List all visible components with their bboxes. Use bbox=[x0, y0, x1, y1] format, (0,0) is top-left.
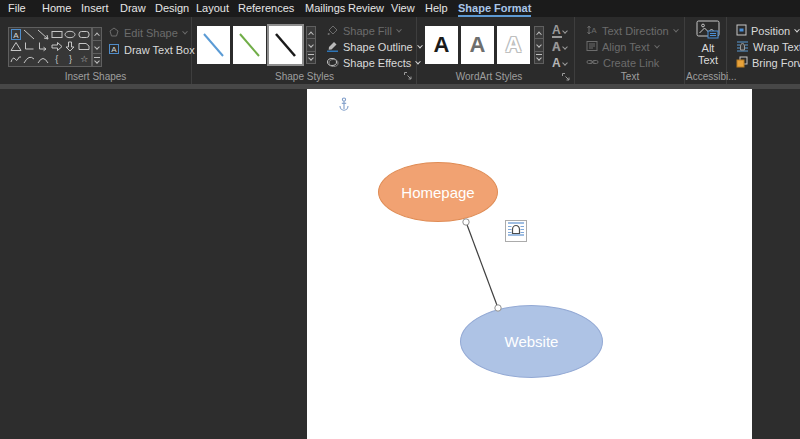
triangle-icon[interactable] bbox=[9, 41, 23, 54]
styles-scroll-down-button[interactable] bbox=[306, 39, 316, 51]
draw-text-box-button[interactable]: A Draw Text Box bbox=[108, 42, 195, 57]
wordart-group-label: WordArt Styles bbox=[418, 71, 560, 82]
tab-draw[interactable]: Draw bbox=[120, 0, 146, 17]
svg-text:A: A bbox=[111, 45, 117, 54]
wordart-dialog-launcher[interactable] bbox=[561, 68, 571, 78]
wrap-text-button[interactable]: Wrap Text bbox=[736, 39, 800, 54]
bring-forward-icon bbox=[736, 56, 748, 70]
rounded-rectangle-icon[interactable] bbox=[77, 28, 91, 41]
svg-text:A: A bbox=[13, 30, 19, 39]
left-brace-icon[interactable]: { bbox=[50, 53, 64, 66]
tab-file[interactable]: File bbox=[8, 0, 26, 17]
homepage-ellipse-shape[interactable]: Homepage bbox=[378, 162, 498, 222]
svg-text:A: A bbox=[591, 26, 597, 35]
wordart-style-preview-2[interactable]: A bbox=[461, 26, 494, 64]
align-text-icon bbox=[586, 40, 598, 54]
styles-scroll-up-button[interactable] bbox=[306, 26, 316, 39]
group-insert-shapes: A { } ☆ bbox=[0, 17, 192, 84]
connector-line[interactable] bbox=[307, 89, 752, 439]
wordart-more-button[interactable] bbox=[534, 52, 544, 64]
ribbon-tab-bar: File Home Insert Draw Design Layout Refe… bbox=[0, 0, 800, 17]
word-window: File Home Insert Draw Design Layout Refe… bbox=[0, 0, 800, 439]
text-direction-icon: A bbox=[586, 24, 598, 38]
tab-home[interactable]: Home bbox=[42, 0, 71, 17]
arc-icon[interactable] bbox=[36, 53, 50, 66]
accessibility-group-label: Accessibi... bbox=[686, 71, 726, 82]
text-fill-button[interactable]: A bbox=[552, 23, 567, 38]
shape-fill-icon bbox=[326, 24, 339, 38]
tab-view[interactable]: View bbox=[391, 0, 415, 17]
tab-review[interactable]: Review bbox=[348, 0, 384, 17]
website-ellipse-shape[interactable]: Website bbox=[460, 305, 603, 378]
down-arrow-icon[interactable] bbox=[64, 41, 78, 54]
alt-text-icon bbox=[696, 20, 720, 42]
shape-styles-group-label: Shape Styles bbox=[193, 71, 416, 82]
shape-gallery: A { } ☆ bbox=[8, 27, 92, 67]
text-fill-icon: A bbox=[552, 23, 561, 39]
shape-styles-scroll bbox=[306, 26, 316, 64]
group-shape-styles: Shape Fill Shape Outline Shape Effects S… bbox=[193, 17, 417, 84]
object-anchor-icon bbox=[338, 97, 350, 115]
alt-text-button[interactable]: Alt Text bbox=[692, 20, 724, 66]
tab-help[interactable]: Help bbox=[425, 0, 448, 17]
wordart-scroll-down-button[interactable] bbox=[534, 39, 544, 51]
layout-options-icon bbox=[507, 220, 525, 242]
shape-style-preview-2[interactable] bbox=[233, 26, 266, 64]
star-icon[interactable]: ☆ bbox=[77, 53, 91, 66]
rectangle-icon[interactable] bbox=[50, 28, 64, 41]
snip-corner-rectangle-icon[interactable] bbox=[77, 41, 91, 54]
scribble-icon[interactable] bbox=[9, 53, 23, 66]
curve-icon[interactable] bbox=[23, 53, 37, 66]
line-arrow-icon[interactable] bbox=[36, 28, 50, 41]
wordart-scroll-up-button[interactable] bbox=[534, 26, 544, 39]
shape-style-preview-1[interactable] bbox=[197, 26, 230, 64]
styles-more-button[interactable] bbox=[306, 52, 316, 64]
edit-shape-icon bbox=[108, 26, 120, 40]
shape-fill-button[interactable]: Shape Fill bbox=[326, 23, 401, 38]
wordart-gallery-scroll bbox=[534, 26, 544, 64]
elbow-connector-icon[interactable] bbox=[23, 41, 37, 54]
position-button[interactable]: Position bbox=[736, 23, 799, 38]
gallery-scroll-down-button[interactable] bbox=[92, 41, 102, 54]
layout-options-button[interactable] bbox=[505, 220, 527, 242]
align-text-button[interactable]: Align Text bbox=[586, 39, 659, 54]
right-brace-icon[interactable]: } bbox=[64, 53, 78, 66]
text-direction-button[interactable]: A Text Direction bbox=[586, 23, 678, 38]
edit-shape-button[interactable]: Edit Shape bbox=[108, 25, 187, 40]
group-accessibility: Alt Text Accessibi... bbox=[686, 17, 727, 84]
tab-layout[interactable]: Layout bbox=[196, 0, 229, 17]
text-outline-button[interactable]: A bbox=[552, 39, 567, 54]
shape-style-preview-3-selected[interactable] bbox=[269, 26, 302, 64]
group-text: A Text Direction Align Text Create Link … bbox=[576, 17, 685, 84]
tab-references[interactable]: References bbox=[238, 0, 294, 17]
tab-shape-format[interactable]: Shape Format bbox=[458, 0, 531, 17]
text-box-icon[interactable]: A bbox=[9, 28, 23, 41]
wrap-text-icon bbox=[736, 40, 749, 54]
document-area: Homepage Website bbox=[0, 89, 800, 439]
tab-insert[interactable]: Insert bbox=[81, 0, 109, 17]
website-shape-label: Website bbox=[505, 333, 559, 350]
create-link-icon bbox=[586, 56, 599, 70]
homepage-shape-label: Homepage bbox=[401, 184, 474, 201]
line-icon[interactable] bbox=[23, 28, 37, 41]
elbow-arrow-connector-icon[interactable] bbox=[36, 41, 50, 54]
text-effects-icon: A bbox=[552, 56, 561, 70]
gallery-scroll-up-button[interactable] bbox=[92, 27, 102, 41]
shape-outline-button[interactable]: Shape Outline bbox=[326, 39, 422, 54]
oval-icon[interactable] bbox=[64, 28, 78, 41]
tab-mailings[interactable]: Mailings bbox=[305, 0, 345, 17]
connector-endpoint-top bbox=[463, 219, 469, 225]
gallery-more-button[interactable] bbox=[92, 54, 102, 67]
bring-forward-button[interactable]: Bring Forward bbox=[736, 55, 800, 70]
right-arrow-icon[interactable] bbox=[50, 41, 64, 54]
position-icon bbox=[736, 24, 747, 38]
document-page[interactable]: Homepage Website bbox=[307, 89, 752, 439]
create-link-button[interactable]: Create Link bbox=[586, 55, 659, 70]
wordart-style-preview-3[interactable]: A bbox=[497, 26, 530, 64]
wordart-style-preview-1[interactable]: A bbox=[425, 26, 458, 64]
text-outline-icon: A bbox=[552, 40, 561, 54]
text-group-label: Text bbox=[576, 71, 684, 82]
ribbon: A { } ☆ bbox=[0, 17, 800, 84]
tab-design[interactable]: Design bbox=[155, 0, 189, 17]
draw-text-box-icon: A bbox=[108, 43, 120, 57]
